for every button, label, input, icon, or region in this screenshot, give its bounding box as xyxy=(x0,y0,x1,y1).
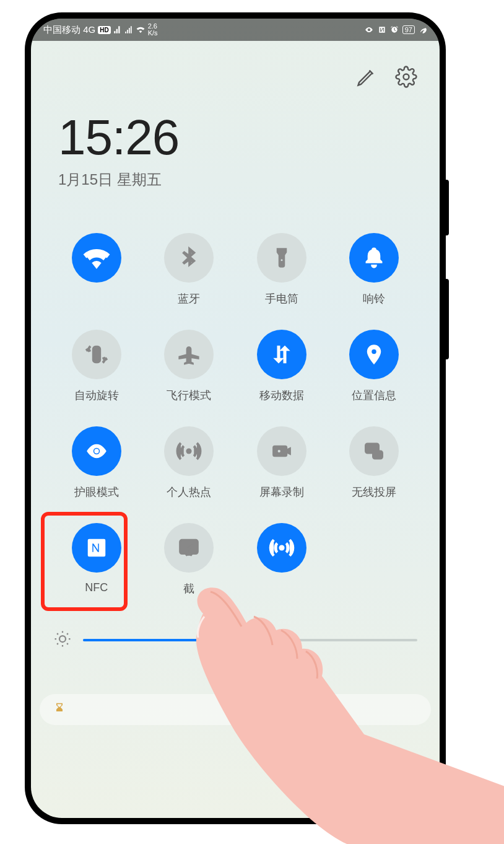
record-icon[interactable] xyxy=(257,426,306,476)
tile-label: 个人热点 xyxy=(167,485,211,499)
eye-icon[interactable] xyxy=(72,426,121,476)
clock-time: 15:26 xyxy=(58,109,440,166)
bluetooth-icon[interactable] xyxy=(164,233,214,283)
rotate-icon[interactable] xyxy=(72,330,121,379)
tile-label: 护眼模式 xyxy=(74,485,119,499)
slider-fill xyxy=(83,639,210,641)
screenshot-icon[interactable] xyxy=(164,523,214,573)
tile-hotspot[interactable]: 个人热点 xyxy=(146,426,233,499)
slider-thumb[interactable] xyxy=(199,629,221,651)
tile-label: 飞行模式 xyxy=(167,388,211,403)
status-right: 97 xyxy=(364,25,427,34)
hotspot-icon[interactable] xyxy=(164,426,214,476)
data-icon[interactable] xyxy=(257,330,306,379)
svg-point-0 xyxy=(404,74,409,80)
svg-point-2 xyxy=(186,448,192,454)
svg-rect-4 xyxy=(373,451,383,459)
alarm-status-icon xyxy=(390,25,399,34)
tile-record[interactable]: 屏幕录制 xyxy=(238,426,325,499)
tile-label: 截 xyxy=(183,581,194,596)
quick-settings-grid: 蓝牙手电筒响铃自动旋转飞行模式移动数据位置信息护眼模式个人热点屏幕录制无线投屏N… xyxy=(31,190,440,596)
flashlight-icon[interactable] xyxy=(257,233,306,283)
hd-badge: HD xyxy=(98,26,110,34)
net-speed: 2.6 K/s xyxy=(148,23,158,37)
tile-cast[interactable]: 无线投屏 xyxy=(331,426,418,499)
power-button[interactable] xyxy=(444,180,449,235)
tile-label: 位置信息 xyxy=(352,388,396,403)
panel-actions xyxy=(31,41,440,90)
eye-status-icon xyxy=(364,25,374,34)
tile-screenshot[interactable]: 截 xyxy=(146,523,233,596)
tile-rotate[interactable]: 自动旋转 xyxy=(53,330,140,403)
tile-wifi[interactable] xyxy=(53,233,140,306)
svg-point-6 xyxy=(279,545,284,550)
status-bar: 中国移动 4G HD 2.6 K/s 97 xyxy=(31,19,440,41)
volume-button[interactable] xyxy=(444,279,449,359)
tile-nfc[interactable]: NFC xyxy=(53,523,140,596)
tile-label: 移动数据 xyxy=(259,388,304,403)
bell-icon[interactable] xyxy=(349,233,399,283)
tile-label: 无线投屏 xyxy=(352,485,396,499)
brightness-low-icon xyxy=(53,630,72,651)
time-block: 15:26 1月15日 星期五 xyxy=(31,90,440,190)
brightness-slider[interactable] xyxy=(83,639,417,641)
carrier-label: 中国移动 4G xyxy=(43,24,95,36)
nfc-icon[interactable] xyxy=(72,523,121,573)
edit-icon[interactable] xyxy=(355,66,378,90)
status-left: 中国移动 4G HD 2.6 K/s xyxy=(43,23,158,37)
cast-icon[interactable] xyxy=(349,426,399,476)
tile-label: 蓝牙 xyxy=(178,291,200,306)
signal-bars-icon xyxy=(124,25,133,34)
brightness-row xyxy=(31,596,440,651)
tile-eye[interactable]: 护眼模式 xyxy=(53,426,140,499)
signal-4g-icon xyxy=(113,25,122,34)
tile-huawei-share[interactable] xyxy=(238,523,325,596)
tile-airplane[interactable]: 飞行模式 xyxy=(146,330,233,403)
leaf-icon xyxy=(419,25,427,34)
battery-badge: 97 xyxy=(402,25,415,34)
tile-bluetooth[interactable]: 蓝牙 xyxy=(146,233,233,306)
tile-data[interactable]: 移动数据 xyxy=(238,330,325,403)
phone-frame: 中国移动 4G HD 2.6 K/s 97 xyxy=(25,12,446,824)
tile-label: 手电筒 xyxy=(265,291,298,306)
svg-point-7 xyxy=(59,636,66,642)
svg-rect-1 xyxy=(93,347,100,363)
tile-label: 响铃 xyxy=(363,291,385,306)
phone-screen: 中国移动 4G HD 2.6 K/s 97 xyxy=(31,19,440,818)
notification-area[interactable] xyxy=(40,694,431,725)
clock-date: 1月15日 星期五 xyxy=(58,170,440,190)
tile-label: NFC xyxy=(85,581,108,594)
panel-drag-handle[interactable] xyxy=(31,651,440,679)
wifi-status-icon xyxy=(136,25,146,34)
airplane-icon[interactable] xyxy=(164,330,214,379)
hourglass-icon xyxy=(53,701,66,718)
tile-location[interactable]: 位置信息 xyxy=(331,330,418,403)
tile-flashlight[interactable]: 手电筒 xyxy=(238,233,325,306)
settings-icon[interactable] xyxy=(395,66,417,90)
wifi-icon[interactable] xyxy=(72,233,121,283)
tile-bell[interactable]: 响铃 xyxy=(331,233,418,306)
tile-label: 屏幕录制 xyxy=(259,485,304,499)
location-icon[interactable] xyxy=(349,330,399,379)
watermark: 头条 @数窗风 xyxy=(425,827,492,842)
huawei-share-icon[interactable] xyxy=(257,523,306,573)
nfc-status-icon xyxy=(378,25,386,34)
tile-label: 自动旋转 xyxy=(74,388,119,403)
